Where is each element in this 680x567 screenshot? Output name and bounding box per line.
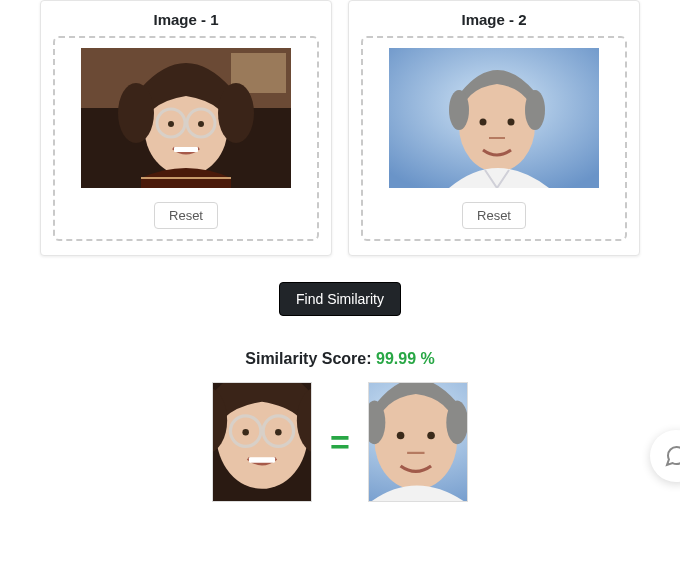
result-thumb-1 (212, 382, 312, 502)
svg-point-32 (397, 432, 405, 440)
portrait-2-crop-icon (369, 383, 467, 501)
similarity-score-value: 99.99 % (376, 350, 435, 367)
equals-icon: = (330, 425, 350, 459)
reset-button-1[interactable]: Reset (154, 202, 218, 229)
svg-point-25 (242, 429, 249, 436)
chat-bubble-icon (664, 444, 680, 468)
svg-point-10 (198, 121, 204, 127)
image-dropzone-2[interactable]: Reset (361, 36, 627, 241)
image-preview-1 (81, 48, 291, 188)
similarity-score-label: Similarity Score: (245, 350, 371, 367)
image-card-2: Image - 2 (348, 0, 640, 256)
similarity-score-row: Similarity Score: 99.99 % (0, 350, 680, 368)
image-card-2-title: Image - 2 (461, 11, 526, 28)
svg-rect-27 (249, 457, 275, 462)
svg-point-4 (118, 83, 154, 143)
image-cards-row: Image - 1 (0, 0, 680, 256)
svg-point-15 (525, 90, 545, 130)
image-dropzone-1[interactable]: Reset (53, 36, 319, 241)
image-card-1: Image - 1 (40, 0, 332, 256)
svg-point-14 (449, 90, 469, 130)
svg-rect-11 (174, 147, 198, 152)
svg-point-5 (218, 83, 254, 143)
svg-point-9 (168, 121, 174, 127)
svg-point-17 (508, 119, 515, 126)
svg-point-16 (480, 119, 487, 126)
find-similarity-button[interactable]: Find Similarity (279, 282, 401, 316)
image-preview-2 (389, 48, 599, 188)
image-card-1-title: Image - 1 (153, 11, 218, 28)
action-row: Find Similarity (0, 282, 680, 316)
portrait-2-icon (389, 48, 599, 188)
result-thumb-2 (368, 382, 468, 502)
reset-button-2[interactable]: Reset (462, 202, 526, 229)
svg-point-26 (275, 429, 282, 436)
portrait-1-icon (81, 48, 291, 188)
comparison-thumbs-row: = (0, 382, 680, 502)
svg-point-33 (427, 432, 435, 440)
portrait-1-crop-icon (213, 383, 311, 501)
